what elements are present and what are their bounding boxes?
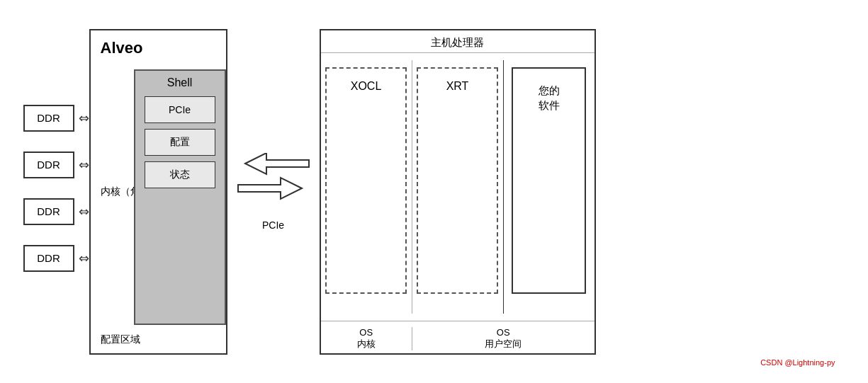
arrow-area: PCIe (227, 153, 320, 231)
host-col-xrt: XRT (412, 53, 503, 321)
shell-pcie-box: PCIe (145, 96, 215, 123)
alveo-subtitle: 配置区域 (101, 333, 140, 346)
os-user-sublabel: 用户空间 (412, 338, 594, 350)
ddr-item-3: DDR ⇔ (23, 198, 89, 225)
svg-marker-1 (238, 178, 302, 199)
xocl-label: XOCL (351, 80, 382, 93)
xrt-label: XRT (446, 80, 469, 93)
ddr-arrow-2: ⇔ (79, 157, 89, 173)
os-user-col: OS 用户空间 (412, 327, 594, 350)
pcie-label: PCIe (262, 219, 284, 231)
ddr-box-2: DDR (23, 152, 74, 178)
ddr-arrow-1: ⇔ (79, 110, 89, 126)
os-kernel-col: OS 内核 (321, 327, 412, 350)
host-col-software: 您的软件 (504, 53, 594, 321)
double-arrow-svg (231, 153, 316, 210)
os-user-label: OS (412, 327, 594, 338)
host-title: 主机处理器 (321, 30, 594, 53)
ddr-item-1: DDR ⇔ (23, 105, 89, 132)
shell-title: Shell (167, 76, 193, 89)
xrt-dashed-box: XRT (417, 67, 498, 294)
watermark: CSDN @Lightning-py (760, 358, 835, 367)
ddr-arrow-4: ⇔ (79, 251, 89, 266)
svg-marker-0 (245, 153, 309, 174)
ddr-arrow-3: ⇔ (79, 204, 89, 219)
software-solid-box: 您的软件 (512, 67, 586, 294)
host-content: XOCL XRT 您的软件 (321, 53, 594, 321)
ddr-item-4: DDR ⇔ (23, 245, 89, 272)
ddr-box-4: DDR (23, 245, 74, 272)
ddr-box-1: DDR (23, 105, 74, 132)
shell-box: Shell PCIe 配置 状态 (134, 69, 226, 325)
diagram: DDR ⇔ DDR ⇔ DDR ⇔ DDR ⇔ Alveo 内核（角色） 配置区… (23, 11, 845, 372)
alveo-box: Alveo 内核（角色） 配置区域 Shell PCIe 配置 状态 (89, 29, 227, 355)
xocl-dashed-box: XOCL (325, 67, 407, 294)
watermark-text: CSDN @Lightning-py (760, 358, 835, 367)
ddr-column: DDR ⇔ DDR ⇔ DDR ⇔ DDR ⇔ (23, 105, 89, 272)
shell-status-box: 状态 (145, 161, 215, 188)
shell-config-box: 配置 (145, 129, 215, 156)
os-kernel-sublabel: 内核 (321, 338, 412, 350)
os-kernel-label: OS (321, 327, 412, 338)
ddr-box-3: DDR (23, 198, 74, 225)
host-col-xocl: XOCL (321, 53, 412, 321)
host-box: 主机处理器 XOCL XRT 您的软件 (320, 29, 596, 355)
software-label: 您的软件 (539, 83, 560, 113)
host-bottom: OS 内核 OS 用户空间 (321, 321, 594, 353)
ddr-item-2: DDR ⇔ (23, 152, 89, 178)
alveo-title: Alveo (101, 39, 143, 57)
